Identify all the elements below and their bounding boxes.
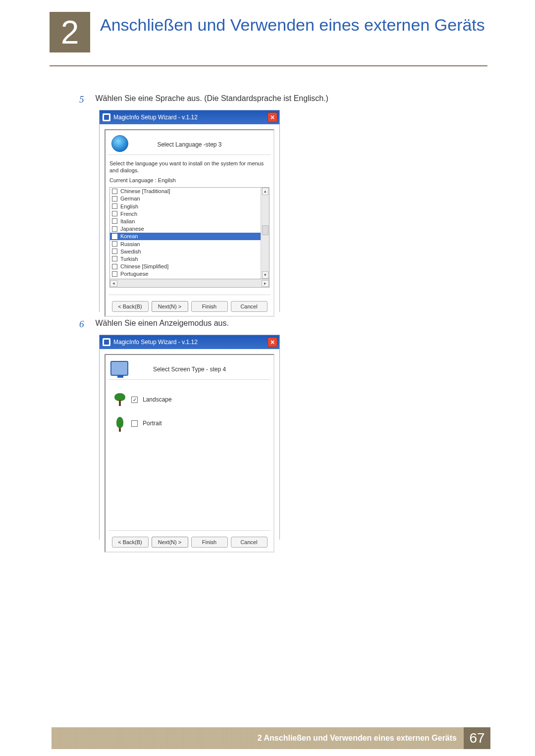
wizard-button-row: < Back(B) Next(N) > Finish Cancel bbox=[108, 295, 270, 312]
language-item-label: Japanese bbox=[120, 226, 144, 232]
footer-bar: 2 Anschließen und Verwenden eines extern… bbox=[52, 727, 464, 749]
monitor-icon bbox=[110, 361, 128, 376]
language-item-label: Chinese [Simplified] bbox=[120, 263, 168, 269]
scroll-up-icon[interactable]: ▴ bbox=[262, 188, 268, 195]
language-item-checkbox[interactable] bbox=[112, 196, 117, 202]
language-item[interactable]: Chinese [Simplified] bbox=[110, 262, 261, 270]
language-item-label: Chinese [Traditional] bbox=[120, 188, 170, 194]
language-item[interactable]: Swedish bbox=[110, 248, 261, 255]
scroll-down-icon[interactable]: ▾ bbox=[262, 271, 268, 279]
language-item-checkbox[interactable] bbox=[112, 249, 117, 254]
chapter-number: 2 bbox=[61, 13, 79, 51]
language-desc: Select the language you want to install … bbox=[109, 160, 269, 174]
step-5-number: 5 bbox=[79, 94, 93, 105]
finish-button[interactable]: Finish bbox=[191, 301, 228, 312]
language-item-checkbox[interactable] bbox=[112, 271, 117, 277]
wizard-title-text: MagicInfo Setup Wizard - v.1.12 bbox=[113, 339, 198, 346]
wizard-panel: Select Screen Type - step 4 ✓ Landscape … bbox=[105, 354, 274, 553]
language-item[interactable]: Korean bbox=[110, 233, 261, 240]
tree-landscape-icon bbox=[113, 393, 126, 406]
vertical-scrollbar[interactable]: ▴ ▾ bbox=[261, 188, 269, 279]
step-6-text: Wählen Sie einen Anzeigemodus aus. bbox=[95, 319, 229, 328]
finish-button[interactable]: Finish bbox=[191, 537, 228, 548]
next-button[interactable]: Next(N) > bbox=[152, 537, 188, 548]
language-listbox[interactable]: Chinese [Traditional]GermanEnglishFrench… bbox=[109, 187, 269, 279]
step-5: 5 Wählen Sie eine Sprache aus. (Die Stan… bbox=[79, 94, 328, 105]
scroll-right-icon[interactable]: ▸ bbox=[262, 280, 269, 287]
cancel-button[interactable]: Cancel bbox=[231, 301, 268, 312]
horizontal-scrollbar[interactable]: ◂ ▸ bbox=[109, 279, 269, 288]
step-5-text: Wählen Sie eine Sprache aus. (Die Standa… bbox=[95, 94, 328, 103]
landscape-label: Landscape bbox=[143, 396, 172, 403]
language-item[interactable]: Italian bbox=[110, 217, 261, 225]
scroll-thumb[interactable] bbox=[262, 225, 268, 235]
portrait-label: Portrait bbox=[143, 420, 162, 427]
wizard-button-row: < Back(B) Next(N) > Finish Cancel bbox=[108, 530, 270, 548]
language-item-checkbox[interactable] bbox=[112, 211, 117, 216]
landscape-checkbox[interactable]: ✓ bbox=[131, 397, 138, 403]
language-item-checkbox[interactable] bbox=[112, 241, 117, 247]
language-item[interactable]: Japanese bbox=[110, 225, 261, 233]
language-item-label: Portuguese bbox=[120, 271, 148, 277]
wizard-title-text: MagicInfo Setup Wizard - v.1.12 bbox=[113, 114, 198, 121]
language-item-label: English bbox=[120, 203, 138, 209]
language-item-checkbox[interactable] bbox=[112, 264, 117, 269]
language-item[interactable]: English bbox=[110, 202, 261, 210]
language-item-label: Russian bbox=[120, 241, 140, 247]
portrait-checkbox[interactable] bbox=[131, 420, 138, 427]
wizard-titlebar: MagicInfo Setup Wizard - v.1.12 × bbox=[100, 335, 279, 349]
step-6: 6 Wählen Sie einen Anzeigemodus aus. bbox=[79, 319, 229, 330]
language-item-checkbox[interactable] bbox=[112, 256, 117, 261]
language-item-label: Korean bbox=[120, 233, 138, 239]
language-item[interactable]: Russian bbox=[110, 240, 261, 248]
back-button[interactable]: < Back(B) bbox=[112, 301, 149, 312]
chapter-title: Anschließen und Verwenden eines externen… bbox=[100, 15, 487, 35]
language-item[interactable]: French bbox=[110, 210, 261, 217]
wizard-screen-type: MagicInfo Setup Wizard - v.1.12 × Select… bbox=[99, 335, 280, 540]
language-item[interactable]: Turkish bbox=[110, 255, 261, 262]
step-6-number: 6 bbox=[79, 319, 93, 330]
chapter-number-box: 2 bbox=[50, 12, 90, 52]
footer-text: 2 Anschließen und Verwenden eines extern… bbox=[258, 734, 457, 743]
page-footer: 2 Anschließen und Verwenden eines extern… bbox=[52, 727, 490, 749]
cancel-button[interactable]: Cancel bbox=[231, 537, 268, 548]
chapter-header: 2 Anschließen und Verwenden eines extern… bbox=[50, 12, 487, 66]
language-item-checkbox[interactable] bbox=[112, 218, 117, 224]
language-item-checkbox[interactable] bbox=[112, 234, 117, 239]
language-item-checkbox[interactable] bbox=[112, 203, 117, 209]
wizard-language: MagicInfo Setup Wizard - v.1.12 × Select… bbox=[99, 110, 280, 312]
wizard-body: Select Language -step 3 Select the langu… bbox=[100, 124, 279, 323]
landscape-option[interactable]: ✓ Landscape bbox=[108, 388, 270, 411]
language-item[interactable]: Portuguese bbox=[110, 270, 261, 278]
close-button[interactable]: × bbox=[268, 112, 277, 122]
step-banner-title: Select Screen Type - step 4 bbox=[153, 366, 226, 373]
language-item-label: Swedish bbox=[120, 249, 141, 254]
wizard-body: Select Screen Type - step 4 ✓ Landscape … bbox=[100, 349, 279, 558]
app-icon bbox=[103, 113, 110, 121]
close-button[interactable]: × bbox=[268, 337, 277, 347]
step-banner-title: Select Language -step 3 bbox=[157, 141, 221, 148]
language-item-label: Italian bbox=[120, 218, 135, 224]
language-item[interactable]: Chinese [Traditional] bbox=[110, 188, 261, 195]
language-list: Chinese [Traditional]GermanEnglishFrench… bbox=[110, 188, 261, 279]
close-icon: × bbox=[270, 114, 274, 121]
screen-type-options: ✓ Landscape Portrait bbox=[108, 380, 270, 523]
language-item-label: French bbox=[120, 211, 137, 217]
current-language-label: Current Language : Engilsh bbox=[109, 177, 269, 183]
wizard-panel: Select Language -step 3 Select the langu… bbox=[105, 129, 274, 317]
step-banner: Select Language -step 3 bbox=[108, 134, 270, 155]
portrait-option[interactable]: Portrait bbox=[108, 411, 270, 435]
next-button[interactable]: Next(N) > bbox=[152, 301, 188, 312]
tree-portrait-icon bbox=[113, 417, 126, 430]
language-item-label: German bbox=[120, 196, 140, 202]
language-item-label: Turkish bbox=[120, 256, 138, 262]
step-banner: Select Screen Type - step 4 bbox=[108, 359, 270, 380]
globe-icon bbox=[111, 135, 128, 152]
language-item-checkbox[interactable] bbox=[112, 226, 117, 232]
language-item[interactable]: German bbox=[110, 195, 261, 202]
scroll-left-icon[interactable]: ◂ bbox=[110, 280, 117, 287]
app-icon bbox=[103, 338, 110, 346]
back-button[interactable]: < Back(B) bbox=[112, 537, 149, 548]
close-icon: × bbox=[270, 339, 274, 346]
language-item-checkbox[interactable] bbox=[112, 189, 117, 194]
